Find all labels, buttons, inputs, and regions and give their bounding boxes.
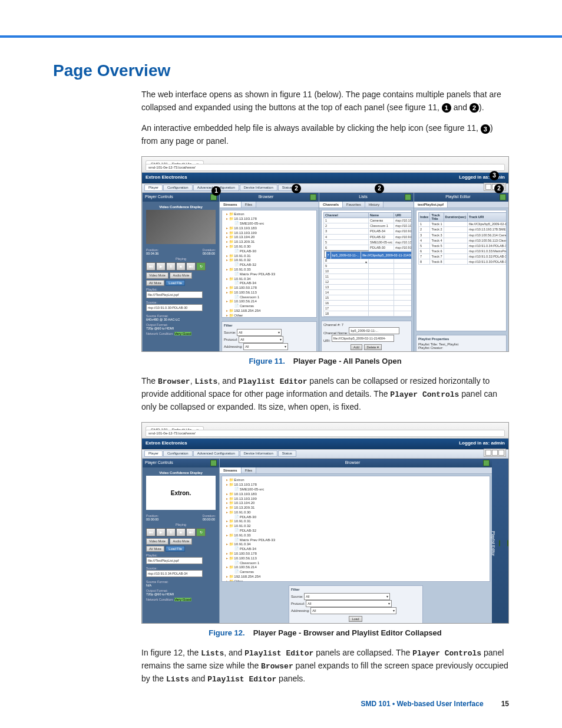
filter-fieldset: Filter Source: All Protocol: All Address… [222,321,317,352]
playlist-props-fieldset: Playlist Properties Playlist Title: Test… [416,335,507,352]
logo: Extron. [146,476,216,510]
video-preview [146,210,216,244]
collapse-icon[interactable] [483,460,490,466]
intro-paragraph-2: An interactive embedded help file is alw… [141,122,509,147]
playlist-table[interactable]: IndexTrack TitleDuration(sec)Track URI1T… [418,212,507,264]
load-button[interactable]: Load [349,616,362,622]
callout-3: 3 [481,124,490,134]
transport-controls[interactable]: ⏮ ▶ ⏸ ■ ⏭ ↻ [146,262,216,271]
collapse-icon[interactable] [405,194,411,200]
filter-source-select[interactable]: All [237,329,282,336]
playlist-file-tab[interactable]: testPlaylist.jspf [414,202,448,208]
figure-12-caption: Figure 12.Player Page - Browser and Play… [141,628,509,637]
player-controls-panel: Player Controls Video Confidence Display… [142,193,219,352]
collapse-icon[interactable] [310,194,316,200]
browser-chrome: SMD 101 - Default Vie... × smd-101-0e-12… [142,423,508,439]
browser-chrome: SMD 101 - Default Vie... × smd-101-0e-12… [142,157,508,173]
paragraph-4: In figure 12, the Lists, and Playlist Ed… [141,647,509,686]
skip-fwd-icon[interactable]: ⏭ [186,262,196,271]
display-title: Video Confidence Display [146,205,216,209]
browser-panel-expanded: Browser Streams Files Extron10.13.193.17… [219,459,492,624]
av-mute-button[interactable]: AV Mute [146,280,164,286]
app-header: Extron Electronics Logged in as: admin [142,439,508,449]
filter-addressing-select[interactable]: All [243,343,288,350]
channels-table[interactable]: ChannelNameURI1Camerasrtsp://10.100.56.2… [323,212,412,317]
play-icon[interactable]: ▶ [156,262,166,271]
editor-panel-collapsed[interactable]: Playlist Editor [500,459,508,624]
marker-2b: 2 [375,184,384,193]
collapse-icon[interactable] [210,460,217,466]
uri-field[interactable]: file:///Clips/bp5_2009-02-11-214004-0.m4… [332,335,394,342]
add-button[interactable]: Add [351,344,362,350]
page-footer: SMD 101 • Web-based User Interface 15 [141,700,509,708]
url-bar[interactable]: smd-101-0e-12-73.local/www/ [146,430,505,437]
playlist-editor-panel: Playlist Editor testPlaylist.jspf IndexT… [414,193,508,352]
subtab-history[interactable]: History [365,202,384,208]
tab-config[interactable]: Configuration [163,185,193,191]
chname-field[interactable]: bp5_2009-02-11-... [349,327,399,334]
filter-protocol-select[interactable]: All [239,336,283,343]
callout-1: 1 [442,103,451,113]
nav-tabs[interactable]: Player Configuration Advanced Configurat… [142,183,508,193]
lists-panel: Lists Channels Favorites History Channel… [319,193,414,352]
subtab-channels[interactable]: Channels [319,202,343,208]
delete-button[interactable]: Delete ▾ [364,344,382,350]
stream-tree[interactable]: Extron10.13.193.178SME100-05-src10.13.19… [222,210,317,318]
url-bar[interactable]: smd-101-0e-12-73.local/www/ [146,164,505,171]
load-file-button[interactable]: Load File [166,280,185,286]
pause-icon[interactable]: ⏸ [166,262,176,271]
tab-player[interactable]: Player [144,185,163,191]
marker-3: 3 [490,171,499,180]
net-condition-badge: Very Good [174,332,191,335]
nav-tabs[interactable]: Player Configuration Advanced Configurat… [142,449,508,459]
stop-icon[interactable]: ■ [176,262,186,271]
loop-icon[interactable]: ↻ [196,262,206,271]
player-controls-panel: Player Controls Video Confidence Display… [142,459,219,624]
collapse-icon[interactable] [500,194,506,200]
marker-2a: 2 [292,184,301,193]
login-status: Logged in as: admin [459,441,505,446]
brand: Extron Electronics [146,441,187,446]
stream-tree[interactable]: Extron10.13.193.178SME100-05-src10.13.19… [222,476,490,582]
brand: Extron Electronics [146,175,187,180]
source-field[interactable]: rtsp://10.91.0.30:PDLAB-30 [146,304,203,311]
subtab-files[interactable]: Files [242,202,257,208]
subtab-streams[interactable]: Streams [220,202,242,208]
figure-11-screenshot: 1 2 2 2 3 SMD 101 - Default Vie... × smd… [141,156,509,352]
marker-2c: 2 [494,184,504,193]
video-mute-button[interactable]: Video Mute [146,272,168,278]
skip-back-icon[interactable]: ⏮ [146,262,156,271]
subtab-favorites[interactable]: Favorites [343,202,365,208]
audio-mute-button[interactable]: Audio Mute [170,272,192,278]
marker-1: 1 [211,186,221,196]
figure-12-screenshot: SMD 101 - Default Vie... × smd-101-0e-12… [141,422,509,624]
callout-2: 2 [470,103,479,113]
browser-panel: Browser Streams Files Extron10.13.193.17… [219,193,319,352]
playlist-field[interactable]: file:///TestPlayList.jspf [146,291,203,298]
tab-devinfo[interactable]: Device Information [240,185,277,191]
expand-icon[interactable] [507,540,508,546]
channel-detail-fieldset: Channel #: 7 Channel Name: bp5_2009-02-1… [321,321,412,352]
figure-11-caption: Figure 11.Player Page - All Panels Open [141,357,509,365]
page-heading: Page Overview [53,61,509,80]
intro-paragraph-1: The web interface opens as shown in figu… [141,88,509,114]
paragraph-3: The Browser, Lists, and Playlist Editor … [141,375,509,414]
app-header: Extron Electronics Logged in as: admin [142,173,508,183]
